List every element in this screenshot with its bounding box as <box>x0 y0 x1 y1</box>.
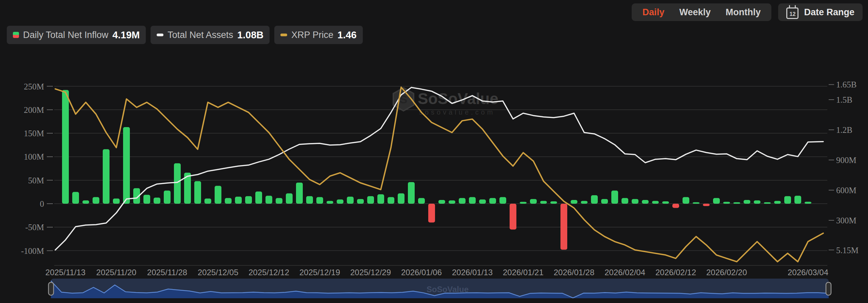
inflow-bar[interactable] <box>693 202 699 204</box>
navigator-left-handle[interactable] <box>48 282 54 295</box>
inflow-bar[interactable] <box>703 204 710 206</box>
inflow-bar[interactable] <box>204 199 211 204</box>
y-axis-right-label: 1.65B <box>836 80 856 89</box>
y-axis-left-label: 200M <box>24 105 44 115</box>
inflow-bar[interactable] <box>82 200 89 204</box>
inflow-bar[interactable] <box>418 198 425 204</box>
inflow-bar[interactable] <box>367 196 374 204</box>
x-axis-label: 2026/01/21 <box>503 268 544 277</box>
inflow-bar[interactable] <box>662 201 669 204</box>
inflow-bar[interactable] <box>744 200 750 204</box>
inflow-bar[interactable] <box>215 186 221 204</box>
inflow-bar[interactable] <box>296 183 303 204</box>
x-axis-label: 2025/11/13 <box>45 268 85 277</box>
inflow-bar[interactable] <box>733 202 740 204</box>
inflow-bar[interactable] <box>438 200 445 204</box>
x-axis-label: 2026/03/04 <box>788 268 828 277</box>
inflow-bar[interactable] <box>113 199 120 204</box>
inflow-bar[interactable] <box>672 204 679 208</box>
inflow-bar[interactable] <box>316 197 323 204</box>
inflow-bar[interactable] <box>632 199 638 204</box>
chart-watermark-title: SoSoValue <box>418 90 498 107</box>
inflow-bar[interactable] <box>93 197 99 204</box>
inflow-bar[interactable] <box>754 200 761 204</box>
inflow-bar[interactable] <box>337 200 343 204</box>
chart-watermark-subtitle: sosovalue.com <box>419 108 495 116</box>
inflow-bar[interactable] <box>723 202 730 204</box>
inflow-bar[interactable] <box>469 197 476 204</box>
main-chart[interactable]: 250M200M150M100M50M0-50M-100M1.65B1.5B1.… <box>0 0 868 303</box>
inflow-bar[interactable] <box>540 201 547 204</box>
inflow-bar[interactable] <box>245 196 252 204</box>
inflow-bar[interactable] <box>683 197 689 204</box>
inflow-bar[interactable] <box>499 197 506 204</box>
inflow-bar[interactable] <box>652 201 659 204</box>
inflow-bar[interactable] <box>306 196 313 204</box>
inflow-bar[interactable] <box>408 182 415 204</box>
x-axis-label: 2025/12/05 <box>198 268 238 277</box>
inflow-bar[interactable] <box>174 163 181 204</box>
inflow-bar[interactable] <box>377 194 384 204</box>
navigator-right-handle[interactable] <box>826 282 831 295</box>
inflow-bar[interactable] <box>601 199 608 204</box>
inflow-bar[interactable] <box>143 195 150 204</box>
inflow-bar[interactable] <box>784 196 791 204</box>
inflow-bar[interactable] <box>327 201 333 204</box>
inflow-bar[interactable] <box>255 191 262 204</box>
y-axis-right-label: 5.15M <box>836 246 859 255</box>
inflow-bar[interactable] <box>581 201 588 204</box>
inflow-bar[interactable] <box>530 199 537 204</box>
x-axis-label: 2025/12/29 <box>350 268 391 277</box>
inflow-bar[interactable] <box>388 197 394 204</box>
inflow-bar[interactable] <box>713 198 720 204</box>
inflow-bar[interactable] <box>62 90 69 204</box>
inflow-bar[interactable] <box>642 200 649 204</box>
y-axis-left-label: 100M <box>24 152 44 161</box>
etf-dashboard: Daily Weekly Monthly 12 Date Range Daily… <box>0 0 868 303</box>
y-axis-left-label: -100M <box>21 246 44 256</box>
inflow-bar[interactable] <box>774 201 781 204</box>
inflow-bar[interactable] <box>398 194 405 204</box>
y-axis-right-label: 1.5B <box>836 95 852 104</box>
inflow-bar[interactable] <box>764 202 771 204</box>
inflow-bar[interactable] <box>225 198 232 204</box>
y-axis-left-label: 250M <box>24 82 44 91</box>
x-axis-label: 2026/01/13 <box>452 268 493 277</box>
inflow-bar[interactable] <box>123 127 130 204</box>
inflow-bar[interactable] <box>489 198 496 204</box>
inflow-bar[interactable] <box>428 204 435 222</box>
inflow-bar[interactable] <box>72 192 79 204</box>
inflow-bar[interactable] <box>459 198 466 204</box>
inflow-bar[interactable] <box>550 201 557 204</box>
y-axis-left-label: 50M <box>28 176 44 185</box>
x-axis-label: 2026/01/06 <box>401 268 442 277</box>
inflow-bar[interactable] <box>520 202 527 204</box>
inflow-bar[interactable] <box>805 202 811 204</box>
x-axis-label: 2026/01/28 <box>554 268 594 277</box>
inflow-bar[interactable] <box>276 198 282 204</box>
inflow-bar[interactable] <box>103 149 110 204</box>
y-axis-right-label: 300M <box>836 216 856 225</box>
inflow-bar[interactable] <box>265 196 272 204</box>
inflow-bar[interactable] <box>571 200 577 204</box>
inflow-bar[interactable] <box>286 194 293 204</box>
inflow-bar[interactable] <box>622 198 628 204</box>
inflow-bar[interactable] <box>560 204 567 250</box>
inflow-bar[interactable] <box>591 195 598 204</box>
x-axis-label: 2025/12/12 <box>249 268 289 277</box>
inflow-bar[interactable] <box>449 200 455 204</box>
inflow-bar[interactable] <box>347 197 354 204</box>
inflow-bar[interactable] <box>479 200 486 204</box>
inflow-bar[interactable] <box>510 204 516 229</box>
x-axis-label: 2026/02/12 <box>655 268 696 277</box>
y-axis-right-label: 900M <box>836 156 856 165</box>
inflow-bar[interactable] <box>154 198 160 204</box>
inflow-bar[interactable] <box>357 199 364 204</box>
inflow-bar[interactable] <box>235 197 242 204</box>
inflow-bar[interactable] <box>611 190 618 204</box>
inflow-bar[interactable] <box>194 181 201 204</box>
inflow-bar[interactable] <box>794 196 801 204</box>
x-axis-label: 2025/11/28 <box>147 268 187 277</box>
x-axis-label: 2025/12/19 <box>299 268 340 277</box>
inflow-bar[interactable] <box>164 190 171 204</box>
